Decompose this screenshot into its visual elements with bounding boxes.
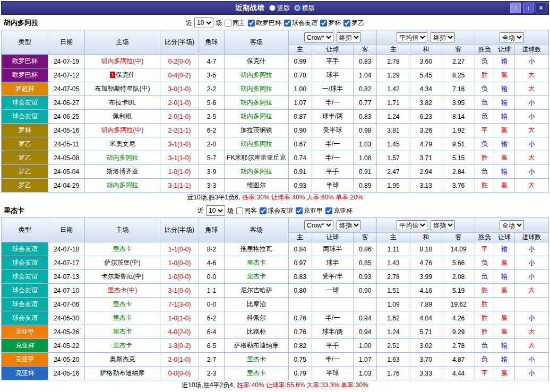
layout-radio-horizontal[interactable]: 横版 [294,4,315,13]
handicap-odds: 0.82 [288,339,312,353]
same-venue-filter-checkbox[interactable] [236,207,243,214]
average-odds: 3.81 [377,124,410,137]
league-filter[interactable]: 球会友谊 [257,206,293,215]
average-odds: 4.87 [442,353,475,367]
close-button[interactable]: × [536,3,546,13]
home-team: 里杰卡(中) [84,284,160,298]
odds-time-select[interactable]: 终指 [337,220,361,230]
average-odds: 3.99 [410,270,442,284]
average-odds: 1.71 [377,96,410,110]
score: 1-0(1-0) [160,165,199,179]
home-team-name: 里杰卡 [113,328,132,335]
league-filter-checkbox[interactable] [296,207,303,214]
match-row: 克亚甲24-05-20奥斯杰克2-0(1-0)2-7里杰卡0.75半/一1.07… [2,353,549,367]
result-flag: 大 [514,339,548,353]
league-filter[interactable]: 欧罗巴杯 [246,19,281,28]
away-team-name: 胡内多阿拉 [240,140,272,147]
column-header: 客 [354,233,377,242]
league-filter-checkbox[interactable] [260,207,267,214]
score: 1-3(0-2) [160,339,199,353]
league-filter[interactable]: 克亚杯 [323,206,353,215]
corner-count: 2-2 [199,82,224,96]
scope-select[interactable]: 全场 [500,32,524,42]
handicap-odds: 0.94 [354,325,377,339]
layout-radio-vertical[interactable]: 竖版 [269,4,290,13]
handicap-odds: 0.83 [288,270,312,284]
handicap-odds: 0.91 [354,165,377,179]
average-odds: 3.33 [410,367,442,380]
average-odds: 1.42 [377,82,410,96]
league-filter-checkbox[interactable] [248,20,255,27]
league-filter-checkbox[interactable] [320,20,327,27]
league-type-badge: 克亚杯 [2,367,48,380]
same-venue-filter-checkbox[interactable] [225,20,231,27]
corner-count: 2-3 [199,367,224,380]
corner-count: 4-6 [199,256,224,270]
result-flag: 负 [475,137,494,151]
recent-count-select[interactable]: 10 [206,205,225,216]
league-type-badge: 球会友谊 [2,270,48,284]
average-odds: 4.44 [442,367,475,380]
away-team-name: 比摩治 [247,300,266,308]
average-odds: 2.47 [377,165,410,179]
league-filter[interactable]: 克亚甲 [294,206,323,215]
home-team: 斯洛博齐亚 [84,165,160,179]
same-venue-filter[interactable]: 同主 [222,19,245,28]
handicap-odds: 半球 [312,367,353,380]
result-flag: 胜 [475,325,494,339]
away-team: 保克什 [225,55,289,68]
odds-time-select[interactable]: 终指 [337,32,361,42]
handicap-odds [312,298,353,311]
league-filter[interactable]: 罗乙 [341,19,364,28]
result-flag [514,298,548,311]
home-team-name: 萨尔茨堡(中) [105,259,141,266]
vertical-layout-radio[interactable] [269,5,276,11]
titlebar: 近期战绩 竖版 横版 ↑ ↓ × [1,1,549,15]
result-flag: 大 [514,82,548,96]
avg-odds-select[interactable]: 平均值 [397,32,427,42]
column-header: 主 [288,233,312,242]
league-filter-checkbox[interactable] [284,20,291,27]
average-odds: 1.24 [377,325,410,339]
avg-odds-select[interactable]: 平均值 [397,220,427,230]
bookmaker-select[interactable]: Crow* [304,220,333,230]
column-header: 进球数 [514,45,548,55]
league-filter-checkbox[interactable] [343,20,350,27]
summary-record: 近10场,胜4平2负4, [182,381,235,389]
avg-time-select[interactable]: 终指 [431,220,455,230]
team-section: 里杰卡近10场同客球会友谊克亚甲克亚杯类型日期主场比分(半场)角球客场Crow*… [1,204,549,390]
filter-near-label: 近 [186,19,192,28]
score: 1-0(1-0) [160,311,199,325]
away-team: 胡内多阿拉 [225,68,289,82]
result-flag: 小 [514,165,548,179]
result-flag: 小 [514,96,548,110]
result-flag: 小 [514,137,548,151]
home-team-name: 布拉卡BL [109,99,136,106]
result-flag: 赢 [494,68,514,82]
scope-select[interactable]: 全场 [500,220,524,230]
league-filter-checkbox[interactable] [325,207,332,214]
same-venue-filter[interactable]: 同客 [234,206,257,215]
league-filter-label: 罗杯 [328,19,341,28]
handicap-odds: 半/一 [312,353,353,367]
move-down-button[interactable]: ↓ [523,3,534,13]
section-header: 胡内多阿拉近10场同主欧罗巴杯球会友谊罗杯罗乙 [1,16,549,30]
horizontal-layout-radio[interactable] [294,5,300,11]
away-team: 比路朴 [225,325,289,339]
team-name: 胡内多阿拉 [4,18,38,28]
move-up-button[interactable]: ↑ [510,3,521,13]
league-filter[interactable]: 球会友谊 [282,19,317,28]
recent-count-select[interactable]: 10 [194,18,213,28]
away-team-name: 里杰卡 [247,355,266,363]
corner-count: 3-9 [199,165,224,179]
bookmaker-select[interactable]: Crow* [304,32,333,42]
titlebar-center: 近期战绩 竖版 横版 [2,3,548,13]
match-date: 24-07-12 [48,68,84,82]
league-filter[interactable]: 罗杯 [318,19,341,28]
score: 2-0(1-0) [160,110,199,124]
league-filter-label: 球会友谊 [292,19,317,28]
result-flag: 输 [494,137,514,151]
avg-time-select[interactable]: 终指 [431,32,455,42]
league-type-badge: 罗乙 [2,137,48,151]
match-date: 24-07-10 [48,284,84,298]
